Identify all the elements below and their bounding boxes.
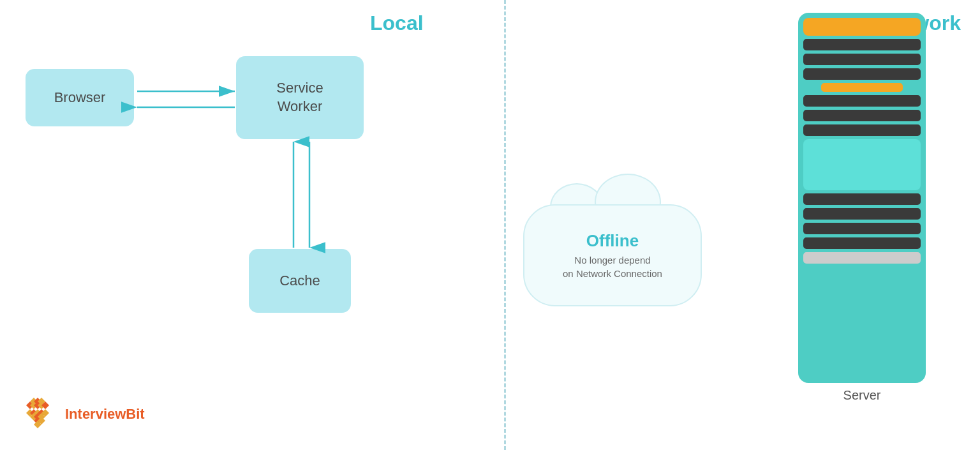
offline-title: Offline bbox=[586, 231, 639, 251]
service-worker-box: Service Worker bbox=[236, 56, 364, 139]
offline-description: No longer depend on Network Connection bbox=[563, 253, 662, 280]
server-slot-dark-5 bbox=[803, 110, 921, 121]
server-slot-dark-9 bbox=[803, 223, 921, 234]
server-label: Server bbox=[798, 388, 926, 403]
server-body bbox=[798, 13, 926, 383]
service-worker-label: Service Worker bbox=[276, 79, 323, 116]
server-slot-dark-6 bbox=[803, 124, 921, 136]
browser-box: Browser bbox=[26, 69, 134, 126]
logo-area: InterviewBit bbox=[26, 398, 145, 431]
server-illustration: Server bbox=[798, 13, 926, 402]
server-slot-dark-1 bbox=[803, 39, 921, 50]
server-slot-orange-top bbox=[803, 18, 921, 36]
cache-box: Cache bbox=[249, 249, 351, 313]
browser-label: Browser bbox=[54, 89, 106, 106]
server-slot-dark-4 bbox=[803, 95, 921, 107]
interviewbit-logo-text: InterviewBit bbox=[65, 406, 145, 423]
server-slot-dark-3 bbox=[803, 68, 921, 80]
offline-cloud: Offline No longer depend on Network Conn… bbox=[523, 204, 702, 306]
section-divider bbox=[504, 0, 506, 450]
cache-label: Cache bbox=[279, 273, 320, 289]
server-slot-light bbox=[803, 252, 921, 264]
server-slot-dark-8 bbox=[803, 208, 921, 220]
server-teal-section bbox=[803, 139, 921, 190]
server-slot-dark-2 bbox=[803, 54, 921, 65]
local-section-label: Local bbox=[370, 11, 424, 35]
server-slot-dark-10 bbox=[803, 237, 921, 249]
server-slot-orange-mid bbox=[821, 83, 903, 92]
interviewbit-logo-icon bbox=[26, 398, 59, 431]
server-slot-dark-7 bbox=[803, 193, 921, 205]
